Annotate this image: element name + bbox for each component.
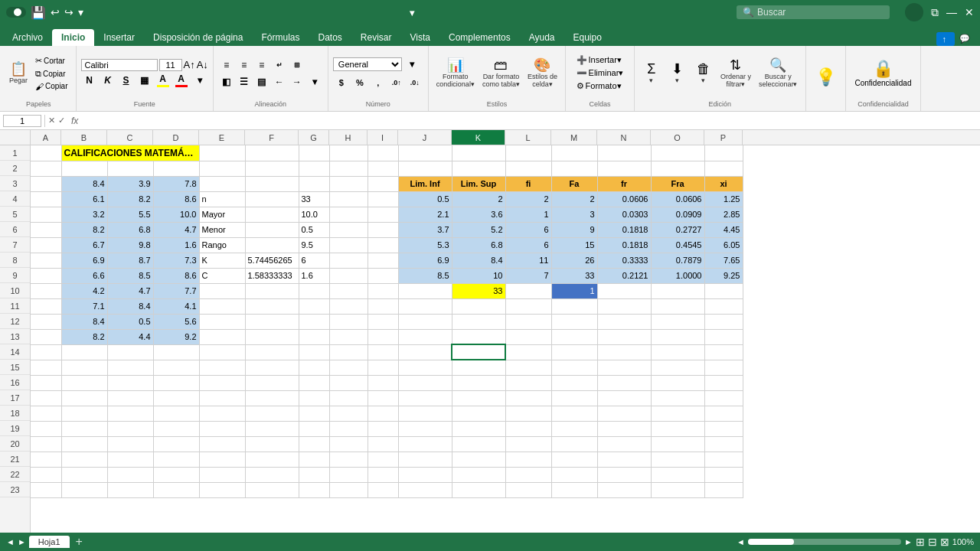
cell-G4[interactable]: 33 — [299, 191, 329, 207]
cell-J2[interactable] — [398, 161, 452, 176]
cell-C14[interactable] — [107, 344, 153, 360]
cell-D12[interactable]: 5.6 — [153, 314, 199, 329]
cell-O6[interactable]: 0.2727 — [651, 222, 704, 237]
cell-I18[interactable] — [368, 406, 398, 421]
tab-vista[interactable]: Vista — [401, 29, 439, 46]
cell-A16[interactable] — [31, 375, 61, 390]
cell-A9[interactable] — [31, 268, 61, 283]
clear-button[interactable]: 🗑 ▾ — [691, 60, 716, 86]
tab-disposicion[interactable]: Disposición de página — [144, 29, 252, 46]
cell-I6[interactable] — [368, 222, 398, 237]
cell-P3[interactable]: xi — [704, 176, 743, 191]
col-header-K[interactable]: K — [452, 130, 505, 145]
search-bar[interactable]: 🔍 Buscar — [737, 5, 890, 19]
cell-A19[interactable] — [31, 421, 61, 436]
cell-G16[interactable] — [299, 375, 329, 390]
cell-E5[interactable]: Mayor — [199, 207, 245, 222]
cell-J8[interactable]: 6.9 — [398, 253, 452, 268]
cell-B4[interactable]: 6.1 — [61, 191, 107, 207]
cell-G23[interactable] — [299, 482, 329, 497]
cell-F14[interactable] — [245, 344, 299, 360]
cell-G13[interactable] — [299, 329, 329, 344]
cell-D13[interactable]: 9.2 — [153, 329, 199, 344]
row-header-10[interactable]: 10 — [0, 283, 30, 298]
confidentiality-button[interactable]: 🔒 Confidencialidad — [851, 56, 916, 90]
cell-H21[interactable] — [329, 452, 368, 467]
decimal-increase-button[interactable]: .0↑ — [388, 75, 405, 90]
cell-M3[interactable]: Fa — [551, 176, 597, 191]
font-more-button[interactable]: ▾ — [191, 73, 208, 88]
format-button[interactable]: ⚙ Formato▾ — [573, 80, 627, 92]
cell-styles-button[interactable]: 🎨 Estilos decelda▾ — [524, 57, 560, 90]
cell-B23[interactable] — [61, 482, 107, 497]
cell-E11[interactable] — [199, 298, 245, 314]
cell-O7[interactable]: 0.4545 — [651, 237, 704, 253]
cell-J21[interactable] — [398, 452, 452, 467]
cell-J6[interactable]: 3.7 — [398, 222, 452, 237]
cell-O20[interactable] — [651, 436, 704, 452]
cell-L13[interactable] — [505, 329, 551, 344]
cell-L16[interactable] — [505, 375, 551, 390]
minimize-icon[interactable]: — — [946, 6, 957, 18]
cell-K15[interactable] — [452, 360, 505, 375]
cell-N21[interactable] — [597, 452, 651, 467]
cell-F10[interactable] — [245, 283, 299, 298]
cell-N17[interactable] — [597, 390, 651, 406]
user-avatar[interactable] — [905, 3, 923, 21]
cell-P22[interactable] — [704, 467, 743, 482]
cell-G18[interactable] — [299, 406, 329, 421]
col-header-J[interactable]: J — [398, 130, 452, 145]
cell-P14[interactable] — [704, 344, 743, 360]
cell-H1[interactable] — [329, 145, 368, 161]
windows-icon[interactable]: ⧉ — [931, 6, 939, 19]
cell-J15[interactable] — [398, 360, 452, 375]
indent-increase-button[interactable]: → — [289, 74, 305, 90]
cell-N2[interactable] — [597, 161, 651, 176]
cell-K18[interactable] — [452, 406, 505, 421]
cell-G9[interactable]: 1.6 — [299, 268, 329, 283]
cell-H11[interactable] — [329, 298, 368, 314]
cell-O1[interactable] — [651, 145, 704, 161]
cell-H12[interactable] — [329, 314, 368, 329]
cell-B8[interactable]: 6.9 — [61, 253, 107, 268]
tab-datos[interactable]: Datos — [309, 29, 351, 46]
cell-C6[interactable]: 6.8 — [107, 222, 153, 237]
cell-I1[interactable] — [368, 145, 398, 161]
delete-button[interactable]: ➖ Eliminar▾ — [573, 67, 627, 79]
cell-A15[interactable] — [31, 360, 61, 375]
cell-D6[interactable]: 4.7 — [153, 222, 199, 237]
cell-J9[interactable]: 8.5 — [398, 268, 452, 283]
cell-D21[interactable] — [153, 452, 199, 467]
cell-N20[interactable] — [597, 436, 651, 452]
number-format-select[interactable]: General Número Moneda Contabilidad Fecha… — [333, 57, 402, 71]
cell-N22[interactable] — [597, 467, 651, 482]
cell-G3[interactable] — [299, 176, 329, 191]
cell-L3[interactable]: fi — [505, 176, 551, 191]
cell-F21[interactable] — [245, 452, 299, 467]
row-header-18[interactable]: 18 — [0, 406, 30, 421]
cell-D20[interactable] — [153, 436, 199, 452]
cell-J4[interactable]: 0.5 — [398, 191, 452, 207]
cell-I12[interactable] — [368, 314, 398, 329]
cell-I23[interactable] — [368, 482, 398, 497]
cell-I11[interactable] — [368, 298, 398, 314]
cell-A6[interactable] — [31, 222, 61, 237]
cell-L20[interactable] — [505, 436, 551, 452]
cell-L15[interactable] — [505, 360, 551, 375]
cell-L21[interactable] — [505, 452, 551, 467]
cell-N3[interactable]: fr — [597, 176, 651, 191]
cell-D5[interactable]: 10.0 — [153, 207, 199, 222]
cell-E1[interactable] — [199, 145, 245, 161]
col-header-O[interactable]: O — [651, 130, 704, 145]
grid-body[interactable]: CALIFICACIONES MATEMÁTICAS I PAL8.43.97.… — [31, 145, 980, 533]
normal-view-button[interactable]: ⊞ — [916, 536, 925, 548]
cell-B15[interactable] — [61, 360, 107, 375]
page-break-button[interactable]: ⊠ — [940, 536, 949, 548]
cell-E9[interactable]: C — [199, 268, 245, 283]
cell-L8[interactable]: 11 — [505, 253, 551, 268]
share-button[interactable]: ↑ — [936, 32, 956, 46]
cell-E6[interactable]: Menor — [199, 222, 245, 237]
cell-N4[interactable]: 0.0606 — [597, 191, 651, 207]
cell-H6[interactable] — [329, 222, 368, 237]
cell-B17[interactable] — [61, 390, 107, 406]
